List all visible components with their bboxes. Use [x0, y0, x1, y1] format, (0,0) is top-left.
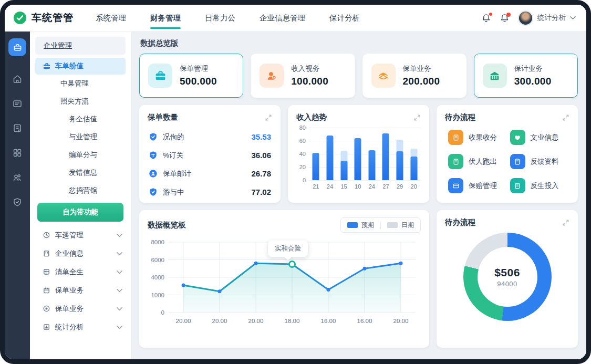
briefcase-icon [43, 62, 51, 70]
chevron-down-icon [117, 270, 122, 274]
policy-value: 36.06 [251, 151, 271, 160]
bank-icon [483, 64, 507, 88]
bar-group[interactable] [309, 128, 323, 180]
highlighted-data-point [289, 261, 295, 267]
book-icon[interactable] [12, 123, 23, 133]
todo-item-3[interactable]: 反馈资料 [510, 154, 569, 169]
stat-label: 保单业务 [403, 64, 440, 74]
sidebar-item-active[interactable]: 车单纷值 [35, 58, 126, 75]
bar-group[interactable] [365, 128, 379, 180]
notification-dot [489, 13, 492, 16]
main-content: 数据总览版 保单管理 500.000 [131, 32, 586, 359]
data-point [363, 267, 367, 271]
todo-item-0[interactable]: 收果收分 [448, 130, 507, 145]
sidebar-collapsible-item-3[interactable]: 保单业务 [35, 281, 126, 299]
page-title: 数据总览版 [140, 38, 578, 48]
line-chart: 80006000400010000 实和合险 [148, 238, 421, 317]
policy-rows: 况佝的 35.53 %订关 36.06 保单邮计 2 [148, 128, 272, 201]
stat-value: 300.000 [514, 76, 552, 87]
sidebar-action-button[interactable]: 自为带功能 [37, 203, 123, 222]
topnav-item-2[interactable]: 日常力公 [205, 5, 235, 31]
expand-icon[interactable] [562, 114, 569, 121]
topnav-item-4[interactable]: 保计分析 [329, 5, 360, 31]
shield-pin-icon [149, 151, 158, 160]
list-item[interactable]: 保单邮计 26.78 [148, 164, 272, 183]
bar [397, 151, 403, 180]
chevron-down-icon [117, 252, 122, 256]
todo-item-4[interactable]: 保赔管理 [448, 178, 507, 193]
todo-item-1[interactable]: 文业信息 [510, 130, 569, 145]
sidebar-subitem[interactable]: 与业管理 [35, 128, 126, 146]
briefcase-icon [148, 64, 172, 88]
stat-card-income[interactable]: 收入视务 100.000 [251, 54, 355, 98]
sidebar-subitem[interactable]: 忿捣营馆 [35, 182, 126, 200]
todo-item-5[interactable]: 反生投入 [510, 178, 569, 193]
legend-swatch [347, 222, 358, 228]
chart-legend: 预期 日期 [340, 217, 421, 233]
card-icon[interactable] [12, 98, 23, 109]
legend-swatch [387, 222, 398, 228]
bar-group[interactable] [323, 128, 337, 180]
sidebar-collapsible-item-5[interactable]: 统计分析 [35, 318, 126, 336]
topnav-item-1[interactable]: 财务管理 [150, 5, 181, 31]
sidebar-collapsible-item-1[interactable]: 企业信息 [35, 244, 126, 263]
todo-panel: 待办流程 收果收分文业信息伏人跑出反馈资料保赔管理反生投入 [437, 105, 578, 203]
expand-icon[interactable] [265, 114, 272, 121]
user-name: 统计分析 [537, 13, 566, 23]
sidebar-subitem[interactable]: 发错信息 [35, 164, 126, 182]
sidebar-item[interactable]: 中巢管理 [35, 75, 126, 92]
expand-icon[interactable] [562, 219, 569, 226]
bar [382, 133, 389, 180]
shield-pin-icon [149, 188, 158, 196]
list-item[interactable]: %订关 36.06 [148, 146, 272, 164]
brand[interactable]: 车统管管 [13, 11, 74, 25]
sidebar-subitem[interactable]: 编单分与 [35, 146, 126, 164]
topbar: 车统管管 系统管理财务管理日常力公企业信息管理保计分析 统计分析 [5, 5, 586, 32]
bar [368, 150, 375, 181]
sidebar-subitem[interactable]: 务仝估值 [35, 110, 126, 128]
list-item[interactable]: 游与中 77.02 [148, 183, 272, 201]
menu-icon [43, 231, 50, 239]
alert-bell-icon[interactable] [500, 13, 510, 23]
data-point [399, 262, 403, 265]
notification-bell-icon[interactable] [481, 13, 491, 23]
bar-group[interactable] [337, 128, 351, 180]
logo-check-icon [13, 11, 27, 25]
todo-grid: 收果收分文业信息伏人跑出反馈资料保赔管理反生投入 [445, 128, 569, 193]
sidebar-collapsible-item-0[interactable]: 车遥管理 [35, 226, 126, 244]
users-icon[interactable] [12, 172, 23, 183]
rail-briefcase-active-icon[interactable] [8, 38, 26, 56]
topnav-item-0[interactable]: 系统管理 [96, 5, 126, 31]
todo-item-2[interactable]: 伏人跑出 [448, 154, 507, 169]
home-icon[interactable] [12, 74, 23, 84]
donut-center-value: $506 [494, 266, 520, 279]
sidebar-item[interactable]: 照尖方流 [35, 92, 126, 110]
expand-icon[interactable] [413, 114, 421, 121]
bar-group[interactable] [351, 128, 365, 180]
bar-group[interactable] [407, 128, 421, 180]
data-point [254, 262, 258, 265]
sidebar-collapsible-item-2[interactable]: 清单全生 [35, 263, 126, 281]
round-badge-icon [149, 169, 158, 178]
bar-group[interactable] [379, 128, 393, 180]
menu-icon [43, 249, 50, 257]
policy-value: 35.53 [251, 132, 271, 141]
stat-card-policy-biz[interactable]: 保单业务 200.000 [362, 54, 466, 98]
income-trend-panel: 收入趋势 806040200 212415102 [288, 105, 429, 203]
bar-group[interactable] [393, 128, 407, 180]
legend-entry[interactable]: 预期 [347, 221, 374, 230]
menu-icon [43, 286, 50, 294]
user-menu[interactable]: 统计分析 [518, 11, 576, 26]
grid-icon[interactable] [12, 148, 23, 158]
topnav-item-3[interactable]: 企业信息管理 [260, 5, 305, 31]
stat-card-stat-biz[interactable]: 保计业务 300.000 [474, 54, 578, 98]
panel-title: 待办流程 [445, 112, 475, 122]
list-item[interactable]: 况佝的 35.53 [148, 128, 272, 146]
legend-entry[interactable]: 日期 [387, 221, 414, 230]
sidebar-collapsible-item-4[interactable]: 保单业务 [35, 299, 126, 318]
shield-icon[interactable] [12, 197, 23, 207]
stat-label: 收入视务 [291, 64, 328, 74]
sidebar-group-title[interactable]: 企业管理 [35, 37, 126, 55]
stat-card-policy-manage[interactable]: 保单管理 500.000 [139, 54, 243, 98]
shield-pin-icon [149, 132, 158, 141]
